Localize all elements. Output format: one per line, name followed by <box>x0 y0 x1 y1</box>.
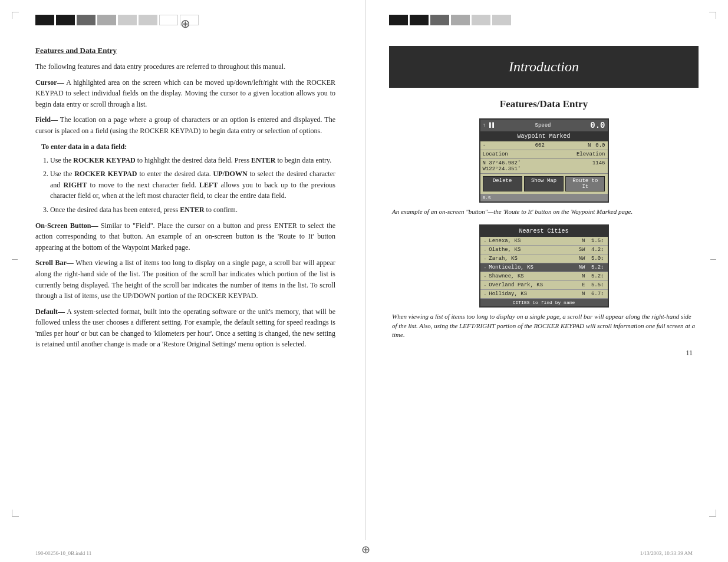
field-paragraph: Field— The location on a page where a gr… <box>35 114 335 136</box>
scrollbar-paragraph: Scroll Bar— When viewing a list of items… <box>35 257 335 301</box>
nc-bullet: · <box>484 265 487 270</box>
nc-dir: SW <box>572 247 585 253</box>
nc-row-overland: · Overland Park, KS E 5.5↕ <box>480 281 608 290</box>
data-entry-subheading: To enter data in a data field: <box>41 143 335 151</box>
nc-row-monticello: · Monticello, KS NW 5.2↕ <box>480 263 608 272</box>
gps-coord2: W122°24.351' <box>483 166 521 172</box>
default-label: Default— <box>35 308 65 316</box>
step-3: Once the desired data has been entered, … <box>50 204 335 216</box>
bar-block <box>56 15 75 25</box>
nc-city-name: Olathe, KS <box>489 247 572 253</box>
gps-show-map-btn[interactable]: Show Map <box>524 176 564 191</box>
crosshair-icon: ⊕ <box>180 16 190 31</box>
scrollbar-text: When viewing a list of items too long to… <box>35 259 335 300</box>
gps-bullet-icon: · <box>483 143 535 148</box>
bar-block <box>410 15 429 25</box>
section-title: Features and Data Entry <box>35 46 335 55</box>
step-1: Use the ROCKER KEYPAD to highlight the d… <box>50 155 335 166</box>
right-page: Introduction Features/Data Entry ↑ ▌▌ Sp… <box>365 0 728 540</box>
nc-footer: CITIES to find by name <box>480 299 608 306</box>
gps-delete-btn[interactable]: Delete <box>483 176 522 191</box>
gps-screen: ↑ ▌▌ Speed 0.0 Waypoint Marked · 002 N 0… <box>479 118 609 203</box>
page-footer: 190-00256-10_0B.indd 11 ⊕ 1/13/2003, 10:… <box>0 540 728 562</box>
corner-mark-tr <box>709 12 716 19</box>
gps-speed-value: 0.0 <box>590 121 605 130</box>
corner-mark-bl <box>12 510 19 517</box>
intro-paragraph: The following features and data entry pr… <box>35 61 335 72</box>
nc-dir: N <box>572 238 585 244</box>
side-mark-right <box>710 259 716 260</box>
bar-block <box>451 15 470 25</box>
intro-header-block: Introduction <box>389 46 699 88</box>
nc-dist: 5.0↕ <box>588 256 604 262</box>
gps-coords: N 37°46.982' W122°24.351' <box>483 160 521 172</box>
nc-row-shawnee: · Shawnee, KS N 5.2↕ <box>480 272 608 281</box>
field-text: The location on a page where a group of … <box>35 115 335 135</box>
nc-bullet: · <box>484 256 487 262</box>
bar-block <box>118 15 137 25</box>
gps-route-btn[interactable]: Route to It <box>565 176 605 191</box>
step-2: Use the ROCKER KEYPAD to enter the desir… <box>50 168 335 201</box>
nc-row-zarah: · Zarah, KS NW 5.0↕ <box>480 254 608 263</box>
nc-bullet: · <box>484 274 487 279</box>
gps-elev-value: 1146 <box>592 160 605 172</box>
gps-arrow-icon: ↑ <box>483 123 486 128</box>
figure1-caption: An example of an on-screen "button"—the … <box>389 207 699 216</box>
cursor-text: A highlighted area on the screen which c… <box>35 78 335 108</box>
nc-dir: NW <box>572 256 585 262</box>
nc-city-name: Lenexa, KS <box>489 238 572 244</box>
nc-dist: 5.5↕ <box>588 282 604 288</box>
footer-right: 1/13/2003, 10:33:39 AM <box>640 550 693 556</box>
right-header-bar <box>389 12 699 28</box>
field-label: Field— <box>35 115 58 124</box>
gps-buttons-row: Delete Show Map Route to It <box>480 174 608 194</box>
steps-list: Use the ROCKER KEYPAD to highlight the d… <box>50 155 335 216</box>
nc-dir: E <box>572 282 585 288</box>
gps-battery-icon: ▌▌ <box>489 123 496 128</box>
bar-block <box>97 15 116 25</box>
footer-left: 190-00256-10_0B.indd 11 <box>35 550 91 556</box>
nc-bullet: · <box>484 239 487 244</box>
page-number: 11 <box>686 349 693 357</box>
nc-bullet: · <box>484 283 487 288</box>
default-paragraph: Default— A system-selected format, built… <box>35 306 335 350</box>
nc-header: Nearest Cities <box>480 226 608 237</box>
gps-elevation-label: Elevation <box>577 151 605 157</box>
gps-coords-row: N 37°46.982' W122°24.351' 1146 <box>480 159 608 174</box>
gps-id-num: 0.0 <box>595 143 605 148</box>
bar-block <box>389 15 408 25</box>
side-mark-left <box>12 259 18 260</box>
bar-blocks-right <box>389 15 511 25</box>
gps-id-dir: N <box>588 143 591 148</box>
gps-location-label: Location <box>483 151 577 157</box>
cursor-paragraph: Cursor— A highlighted area on the screen… <box>35 77 335 110</box>
nc-dir: N <box>572 291 585 297</box>
nc-row-lenexa: · Lenexa, KS N 1.5↕ <box>480 237 608 246</box>
nearest-cities-table: Nearest Cities · Lenexa, KS N 1.5↕ · Ola… <box>479 224 609 308</box>
corner-mark-br <box>709 510 716 517</box>
nc-city-name: Holliday, KS <box>489 291 572 297</box>
bar-block <box>430 15 449 25</box>
crosshair-bottom-icon: ⊕ <box>361 543 370 556</box>
cursor-label: Cursor— <box>35 78 64 87</box>
figure2-caption: When viewing a list of items too long to… <box>389 312 699 339</box>
features-title: Features/Data Entry <box>389 98 699 110</box>
nc-city-name: Overland Park, KS <box>489 282 572 288</box>
gps-speed-label: Speed <box>535 123 551 128</box>
nc-row-holliday: · Holliday, KS N 6.7↕ <box>480 290 608 299</box>
corner-mark-tl <box>12 12 19 19</box>
nc-bullet: · <box>484 247 487 253</box>
nc-city-name: Monticello, KS <box>489 265 572 270</box>
bar-block <box>35 15 54 25</box>
nc-dir: NW <box>572 265 585 270</box>
gps-top-bar: ↑ ▌▌ Speed 0.0 <box>480 120 608 131</box>
nc-dist: 5.2↕ <box>588 273 604 279</box>
gps-loc-elev-labels: Location Elevation <box>480 150 608 159</box>
nc-dist: 1.5↕ <box>588 238 604 244</box>
intro-title: Introduction <box>395 59 693 75</box>
nc-city-name: Shawnee, KS <box>489 273 572 279</box>
nc-dist: 5.2↕ <box>588 265 604 270</box>
gps-footer-bar: 0.5 <box>480 194 608 201</box>
scrollbar-label: Scroll Bar— <box>35 259 74 267</box>
nc-dist: 6.7↕ <box>588 291 604 297</box>
